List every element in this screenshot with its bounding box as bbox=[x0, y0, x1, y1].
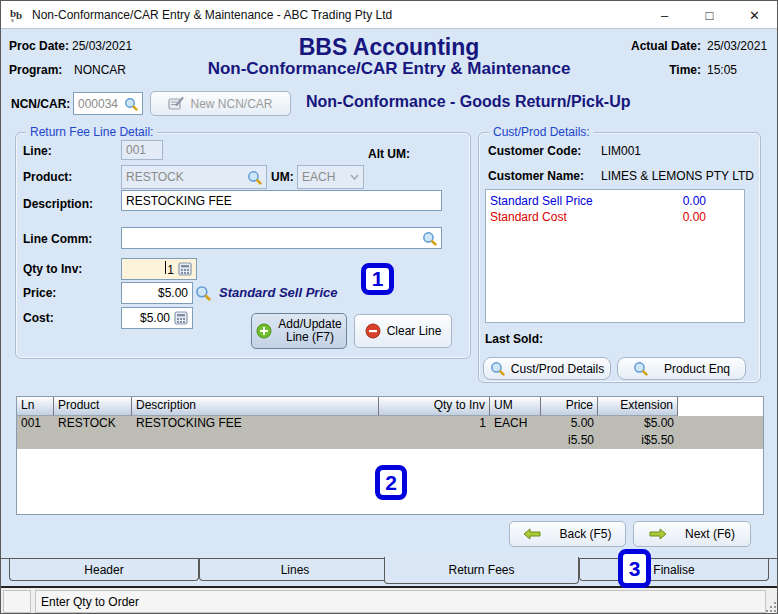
cost-value: $5.00 bbox=[140, 311, 170, 325]
tab-return-fees[interactable]: Return Fees bbox=[384, 557, 579, 584]
cell-extension: i$5.50 bbox=[598, 433, 678, 449]
add-update-line-button[interactable]: Add/Update Line (F7) bbox=[251, 313, 347, 349]
svg-text:s: s bbox=[11, 16, 14, 23]
window-title: Non-Conformance/CAR Entry & Maintenance … bbox=[32, 8, 392, 22]
ncn-car-label: NCN/CAR: bbox=[11, 97, 70, 111]
product-enq-button[interactable]: Product Enq bbox=[617, 357, 746, 380]
title-bar: b b s Non-Conformance/CAR Entry & Mainte… bbox=[1, 1, 777, 29]
column-header[interactable]: Product bbox=[54, 397, 132, 416]
ncn-car-input[interactable]: 000034 bbox=[73, 92, 143, 115]
search-icon bbox=[490, 361, 505, 376]
minimize-button[interactable]: – bbox=[642, 1, 687, 29]
column-header[interactable]: Description bbox=[132, 397, 379, 416]
calculator-icon[interactable] bbox=[178, 262, 192, 276]
maximize-button[interactable]: □ bbox=[687, 1, 732, 29]
tab-lines-label: Lines bbox=[281, 563, 310, 577]
price-label: Price: bbox=[23, 286, 56, 300]
add-update-line-label-1: Add/Update bbox=[278, 317, 341, 331]
svg-text:b: b bbox=[16, 9, 22, 21]
tab-lines[interactable]: Lines bbox=[199, 559, 391, 581]
um-dropdown[interactable]: EACH bbox=[297, 165, 364, 189]
column-header[interactable]: Ln bbox=[17, 397, 54, 416]
line-value: 001 bbox=[126, 143, 146, 157]
cust-prod-panel-title: Cust/Prod Details: bbox=[489, 125, 594, 139]
calculator-icon[interactable] bbox=[174, 311, 188, 325]
close-button[interactable]: ✕ bbox=[732, 1, 777, 29]
search-icon[interactable] bbox=[247, 170, 262, 185]
column-header[interactable]: UM bbox=[490, 397, 541, 416]
cell-description bbox=[132, 433, 379, 449]
description-value: RESTOCKING FEE bbox=[126, 194, 232, 208]
cost-field[interactable]: $5.00 bbox=[121, 307, 193, 329]
search-icon[interactable] bbox=[422, 231, 437, 246]
cell-price: i5.50 bbox=[541, 433, 598, 449]
cell-extension: $5.00 bbox=[598, 416, 678, 433]
search-icon bbox=[633, 361, 648, 376]
annotation-2-label: 2 bbox=[385, 471, 397, 495]
product-label: Product: bbox=[23, 170, 72, 184]
column-header[interactable]: Price bbox=[541, 397, 598, 416]
new-ncn-car-button[interactable]: New NCN/CAR bbox=[150, 91, 291, 116]
minus-circle-icon bbox=[365, 323, 381, 339]
clear-line-button[interactable]: Clear Line bbox=[354, 314, 452, 348]
back-label: Back (F5) bbox=[559, 527, 611, 541]
product-value: RESTOCK bbox=[126, 170, 247, 184]
line-comm-field[interactable] bbox=[121, 227, 442, 249]
annotation-1: 1 bbox=[361, 263, 394, 295]
std-cost-label: Standard Cost bbox=[490, 209, 646, 225]
back-button[interactable]: Back (F5) bbox=[509, 521, 626, 547]
return-fee-panel-title: Return Fee Line Detail: bbox=[26, 125, 157, 139]
search-icon[interactable] bbox=[124, 97, 138, 111]
new-ncn-car-label: New NCN/CAR bbox=[190, 97, 272, 111]
column-header[interactable]: Extension bbox=[598, 397, 678, 416]
tab-header[interactable]: Header bbox=[9, 559, 199, 581]
ncn-car-value: 000034 bbox=[78, 97, 124, 111]
cust-prod-details-button[interactable]: Cust/Prod Details bbox=[483, 357, 611, 380]
customer-code-value: LIM001 bbox=[601, 144, 641, 158]
list-item[interactable]: Standard Sell Price 0.00 bbox=[490, 193, 740, 209]
um-value: EACH bbox=[302, 170, 350, 184]
annotation-3-label: 3 bbox=[629, 557, 641, 581]
arrow-left-icon bbox=[523, 528, 541, 540]
customer-name-value: LIMES & LEMONS PTY LTD bbox=[601, 169, 759, 183]
clear-line-label: Clear Line bbox=[387, 324, 442, 338]
cell-product bbox=[54, 433, 132, 449]
actual-date-value: 25/03/2021 bbox=[707, 39, 767, 53]
cell-um: EACH bbox=[490, 416, 541, 433]
time-label: Time: bbox=[621, 63, 701, 77]
qty-to-inv-value: 1 bbox=[167, 263, 174, 277]
column-header[interactable]: Qty to Inv bbox=[379, 397, 490, 416]
cell-qty: 1 bbox=[379, 416, 490, 433]
tab-finalise-label: Finalise bbox=[653, 563, 694, 577]
search-icon[interactable] bbox=[195, 285, 211, 301]
cell-ln bbox=[17, 433, 54, 449]
next-button[interactable]: Next (F6) bbox=[633, 521, 751, 547]
std-sell-price-label: Standard Sell Price bbox=[490, 193, 646, 209]
actual-date-label: Actual Date: bbox=[621, 39, 701, 53]
cell-um bbox=[490, 433, 541, 449]
tab-return-fees-label: Return Fees bbox=[448, 563, 514, 577]
tab-finalise[interactable]: Finalise bbox=[579, 559, 769, 581]
arrow-right-icon bbox=[649, 528, 667, 540]
table-row[interactable]: 001 RESTOCK RESTOCKING FEE 1 EACH 5.00 $… bbox=[17, 416, 763, 433]
um-label: UM: bbox=[271, 170, 294, 184]
app-logo-icon: b b s bbox=[9, 6, 26, 23]
resize-grip-icon[interactable] bbox=[764, 600, 776, 612]
cell-qty bbox=[379, 433, 490, 449]
ncn-type-heading: Non-Conformance - Goods Return/Pick-Up bbox=[306, 93, 630, 111]
app-window: b b s Non-Conformance/CAR Entry & Mainte… bbox=[0, 0, 778, 614]
description-field[interactable]: RESTOCKING FEE bbox=[121, 190, 442, 211]
customer-name-label: Customer Name: bbox=[488, 169, 584, 183]
new-document-icon bbox=[168, 96, 184, 111]
price-list[interactable]: Standard Sell Price 0.00 Standard Cost 0… bbox=[485, 189, 745, 323]
product-field: RESTOCK bbox=[121, 165, 267, 189]
cell-ln: 001 bbox=[17, 416, 54, 433]
add-update-line-label-2: Line (F7) bbox=[286, 330, 334, 344]
list-item[interactable]: Standard Cost 0.00 bbox=[490, 209, 740, 225]
qty-to-inv-field[interactable]: 1 bbox=[121, 258, 197, 280]
price-field[interactable]: $5.00 bbox=[121, 282, 193, 304]
cell-price: 5.00 bbox=[541, 416, 598, 433]
std-sell-price-value: 0.00 bbox=[646, 193, 706, 209]
table-row[interactable]: i5.50 i$5.50 bbox=[17, 433, 763, 449]
annotation-3: 3 bbox=[618, 549, 651, 588]
